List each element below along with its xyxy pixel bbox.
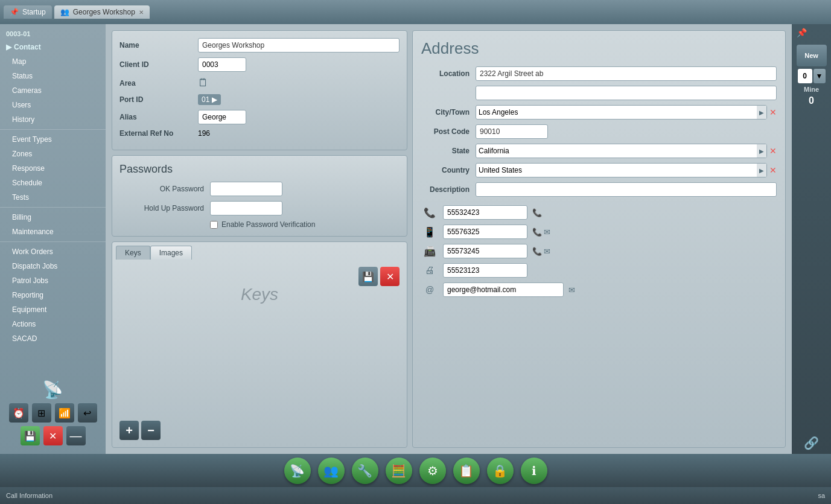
sidebar-item-equipment[interactable]: Equipment <box>0 302 106 317</box>
phone-dial-btn-3[interactable]: 📞 <box>532 247 542 256</box>
client-id-input[interactable] <box>198 57 246 72</box>
postcode-input[interactable] <box>476 124 548 139</box>
sidebar-item-cameras[interactable]: Cameras <box>0 83 106 98</box>
phone-input-1[interactable] <box>443 205 527 220</box>
toolbar-wrench-btn[interactable]: 🔧 <box>352 458 378 484</box>
divider-1 <box>0 129 106 130</box>
keys-save-btn[interactable]: 💾 <box>358 267 378 286</box>
email-input[interactable] <box>443 282 564 297</box>
refresh-icon-btn[interactable]: ↩ <box>78 403 97 423</box>
keys-add-btn[interactable]: + <box>119 421 139 440</box>
verification-checkbox[interactable] <box>210 221 218 229</box>
toolbar-gear-btn[interactable]: ⚙ <box>419 458 446 484</box>
country-select-arrow[interactable]: ▶ <box>757 164 766 177</box>
sidebar-item-status[interactable]: Status <box>0 69 106 83</box>
sidebar-item-contact[interactable]: ▶ Contact <box>0 40 106 54</box>
sidebar-item-users[interactable]: Users <box>0 98 106 112</box>
state-clear-btn[interactable]: ✕ <box>769 146 777 156</box>
phone-email-btn-3[interactable]: ✉ <box>544 247 550 256</box>
sidebar-icon-row-2: 💾 ✕ — <box>21 426 86 445</box>
phone-actions-1: 📞 <box>532 208 542 217</box>
tab-close-btn[interactable]: ✕ <box>139 9 144 16</box>
link-icon[interactable]: 🔗 <box>804 436 819 450</box>
sidebar-item-dispatch-jobs[interactable]: Dispatch Jobs <box>0 259 106 273</box>
location-input-2[interactable] <box>476 86 777 100</box>
toolbar-info-btn[interactable]: ℹ <box>521 458 547 484</box>
holdup-pwd-row: Hold Up Password <box>119 201 400 215</box>
country-label: Country <box>421 166 476 174</box>
divider-2 <box>0 207 106 208</box>
phone-dial-btn-2[interactable]: 📞 <box>532 228 542 237</box>
mine-label: Mine <box>804 86 819 93</box>
sidebar-item-sacad[interactable]: SACAD <box>0 331 106 346</box>
phone-input-2[interactable] <box>443 225 527 239</box>
email-send-btn[interactable]: ✉ <box>568 285 575 295</box>
country-clear-btn[interactable]: ✕ <box>769 165 777 175</box>
city-select-arrow[interactable]: ▶ <box>757 106 766 119</box>
tab-georges-workshop[interactable]: 👥 Georges Workshop ✕ <box>54 5 150 19</box>
city-row: City/Town Los Angeles ▶ ✕ <box>421 105 777 120</box>
description-input[interactable] <box>476 182 777 197</box>
tab-images[interactable]: Images <box>150 246 192 260</box>
keys-remove-btn[interactable]: − <box>141 421 161 440</box>
holdup-pwd-input[interactable] <box>210 201 282 215</box>
keys-title: Keys <box>119 285 400 304</box>
counter-arrow[interactable]: ▼ <box>813 69 826 83</box>
city-select[interactable]: Los Angeles <box>476 106 757 119</box>
toolbar-calc-btn[interactable]: 🧮 <box>386 458 412 484</box>
sidebar-item-work-orders[interactable]: Work Orders <box>0 244 106 259</box>
sidebar-item-map[interactable]: Map <box>0 54 106 69</box>
city-clear-btn[interactable]: ✕ <box>769 107 777 117</box>
external-ref-row: External Ref No 196 <box>119 129 400 138</box>
alias-input[interactable] <box>198 110 246 124</box>
sidebar-item-maintenance[interactable]: Maintenance <box>0 225 106 239</box>
alarm-icon-btn[interactable]: ⏰ <box>9 403 28 423</box>
cancel-btn[interactable]: ✕ <box>43 426 63 445</box>
sidebar-item-actions[interactable]: Actions <box>0 317 106 331</box>
sidebar-item-history[interactable]: History <box>0 112 106 127</box>
passwords-title: Passwords <box>119 163 400 176</box>
sidebar-item-reporting[interactable]: Reporting <box>0 288 106 302</box>
state-select-arrow[interactable]: ▶ <box>757 144 766 158</box>
grid-icon-btn[interactable]: ⊞ <box>32 403 51 423</box>
ok-pwd-input[interactable] <box>210 182 282 196</box>
toolbar-people-btn[interactable]: 👥 <box>318 458 345 484</box>
new-btn[interactable]: New <box>797 45 827 66</box>
name-input[interactable] <box>198 38 400 53</box>
keys-cancel-btn[interactable]: ✕ <box>380 267 400 286</box>
sidebar-item-patrol-jobs[interactable]: Patrol Jobs <box>0 273 106 288</box>
sidebar-item-event-types[interactable]: Event Types <box>0 132 106 147</box>
divider-3 <box>0 241 106 242</box>
area-icon[interactable]: 🗒 <box>198 77 209 89</box>
tab-keys[interactable]: Keys <box>116 246 150 260</box>
external-ref-value: 196 <box>198 129 210 138</box>
tab-startup[interactable]: 📌 Startup <box>4 5 52 19</box>
signal-icon[interactable]: 📡 <box>42 380 63 400</box>
phone-input-3[interactable] <box>443 244 527 258</box>
phone-email-btn-2[interactable]: ✉ <box>544 228 550 237</box>
city-select-container: Los Angeles ▶ <box>476 105 767 120</box>
sidebar-item-tests[interactable]: Tests <box>0 190 106 205</box>
toolbar-lock-btn[interactable]: 🔒 <box>487 458 514 484</box>
toolbar-clipboard-btn[interactable]: 📋 <box>453 458 480 484</box>
sidebar-item-schedule[interactable]: Schedule <box>0 176 106 190</box>
sidebar-item-zones[interactable]: Zones <box>0 147 106 161</box>
top-row: Name Client ID Area 🗒 Port ID <box>112 30 786 448</box>
save-btn[interactable]: 💾 <box>21 426 40 445</box>
phone-input-4[interactable] <box>443 263 527 278</box>
sidebar-item-response[interactable]: Response <box>0 161 106 176</box>
name-label: Name <box>119 41 198 49</box>
port-id-arrow[interactable]: ▶ <box>212 95 217 104</box>
wifi-icon-btn[interactable]: 📶 <box>55 403 74 423</box>
sidebar-item-billing[interactable]: Billing <box>0 210 106 225</box>
port-id-label: Port ID <box>119 95 198 104</box>
verification-row: Enable Password Verification <box>119 220 400 229</box>
phone-dial-btn-1[interactable]: 📞 <box>532 208 542 217</box>
toolbar-signal-btn[interactable]: 📡 <box>284 458 311 484</box>
country-select[interactable]: United States <box>476 164 757 177</box>
state-select[interactable]: California <box>476 144 757 158</box>
city-select-wrapper: Los Angeles ▶ ✕ <box>476 105 777 120</box>
minus-btn[interactable]: — <box>66 426 86 445</box>
location-input-1[interactable] <box>476 66 777 81</box>
sidebar-spacer <box>0 346 106 375</box>
